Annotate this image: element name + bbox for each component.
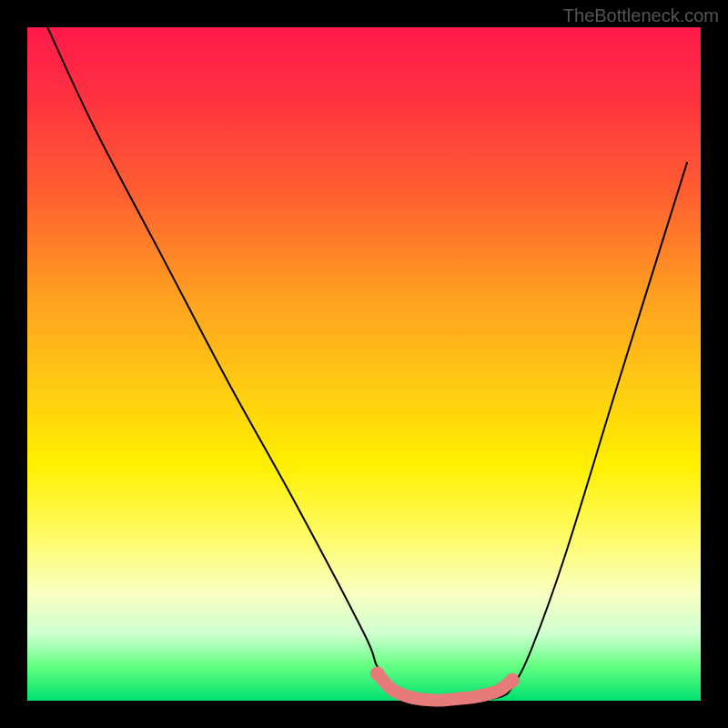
highlight-end-dot [370,666,385,681]
watermark-text: TheBottleneck.com [563,5,719,26]
highlight-end-dot [505,673,520,688]
plot-area [27,27,701,701]
chart-container: TheBottleneck.com [0,0,728,728]
bottleneck-curve [47,27,687,702]
highlight-segment [378,673,512,700]
chart-svg [27,27,701,701]
